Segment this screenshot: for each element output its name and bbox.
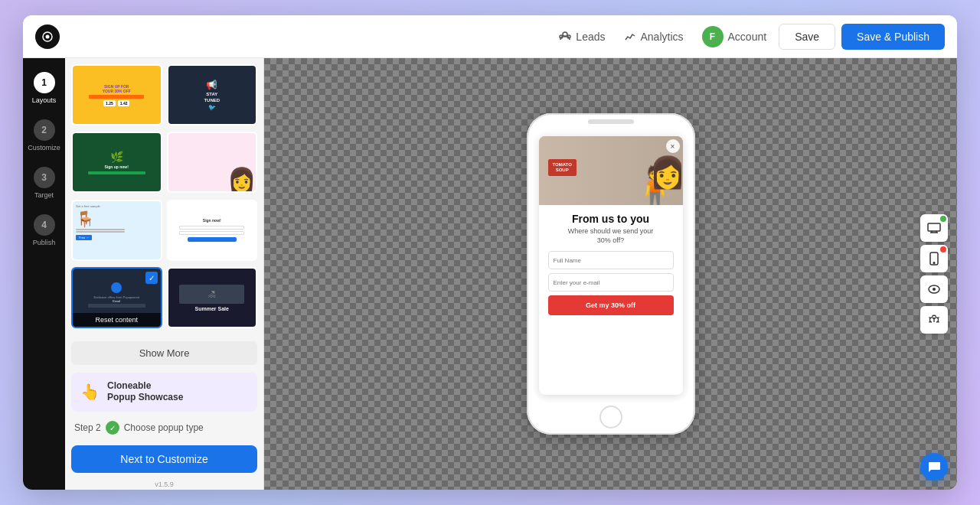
nav-account[interactable]: F Account [702,26,767,47]
app-window: Leads Analytics F Account Save Save & Pu… [23,15,957,490]
template-selected-check: ✓ [145,272,158,284]
tomato-soup-label: TOMATOSOUP [548,159,577,176]
phone-mockup: TOMATOSOUP 🧍 👩 × From us to you [527,113,695,435]
popup-cta-button[interactable]: Get my 30% off [548,295,674,315]
step-1-layouts[interactable]: 1 Layouts [26,67,63,109]
phone-home-button [599,406,622,428]
step-3-circle: 3 [34,167,55,188]
step-3-target[interactable]: 3 Target [26,162,63,204]
step-2-sub-label: Choose popup type [124,422,204,433]
reset-content-overlay[interactable]: Reset content [73,313,161,327]
cloneable-emoji: 👆 [80,383,100,401]
step-4-label: Publish [33,239,56,246]
right-tools [920,214,948,334]
step-2-circle: 2 [34,119,55,141]
template-dark-summer[interactable]: 🏖 Summer Sale [167,267,258,328]
popup-container: TOMATOSOUP 🧍 👩 × From us to you [539,136,683,395]
popup-body: From us to you Where should we send your… [539,205,683,323]
step-sidebar: 1 Layouts 2 Customize 3 Target 4 Publish [23,58,65,490]
desktop-view-button[interactable] [920,214,948,242]
template-stay-tuned[interactable]: 📢 STAY TUNED 🐦 [167,64,258,125]
template-chair[interactable]: Get a free sample 🪑 Free → [71,200,162,261]
step-info: Step 2 ✓ Choose popup type [65,415,263,441]
preview-button[interactable] [920,275,948,303]
account-avatar: F [702,26,724,47]
nav-analytics[interactable]: Analytics [624,31,684,43]
step-4-circle: 4 [34,214,55,236]
step-1-label: Layouts [32,96,57,104]
svg-point-1 [46,34,50,38]
popup-title: From us to you [548,213,674,225]
templates-panel: SIGN UP FORYOUR 30% OFF 1.25 1.42 📢 STAY… [65,58,264,490]
header-buttons: Save Save & Publish [779,24,945,50]
popup-name-input[interactable] [548,251,674,269]
step-3-label: Target [34,191,54,199]
template-leaf-signup[interactable]: 🌿 Sign up now! [71,132,162,193]
mobile-view-button[interactable] [920,245,948,272]
app-logo[interactable] [35,24,60,49]
popup-image: TOMATOSOUP 🧍 👩 [539,136,683,205]
template-form[interactable]: Sign now! [167,200,258,261]
template-coupon[interactable]: SIGN UP FORYOUR 30% OFF 1.25 1.42 [71,64,162,125]
popup-close-button[interactable]: × [666,139,680,153]
popup-email-input[interactable] [548,273,674,292]
popup-subtitle: Where should we send your30% off? [548,227,674,245]
header-nav: Leads Analytics F Account [559,26,766,47]
step-4-publish[interactable]: 4 Publish [26,210,63,251]
step-2-label: Customize [28,144,60,152]
main-content: 1 Layouts 2 Customize 3 Target 4 Publish [23,58,957,490]
save-publish-button[interactable]: Save & Publish [841,24,945,50]
cloneable-text: CloneablePopup Showcase [107,380,183,404]
svg-point-12 [933,288,936,291]
step-2-info-label: Step 2 [74,422,101,433]
step-check-icon: ✓ [106,421,119,435]
template-pink-person[interactable]: 👩 [167,132,258,193]
step-1-circle: 1 [34,72,55,93]
template-dark-popup[interactable]: Exclusive offers from Popupsmart Email ✓… [71,267,162,328]
show-more-button[interactable]: Show More [71,341,257,365]
nav-leads[interactable]: Leads [559,31,605,43]
next-to-customize-button[interactable]: Next to Customize [71,445,257,473]
debug-button[interactable] [920,306,948,334]
svg-rect-5 [928,223,940,231]
header: Leads Analytics F Account Save Save & Pu… [23,15,957,58]
phone-screen: TOMATOSOUP 🧍 👩 × From us to you [533,129,689,402]
save-button[interactable]: Save [779,24,835,50]
step-2-customize[interactable]: 2 Customize [26,115,63,156]
phone-notch [588,119,634,124]
canvas-area: TOMATOSOUP 🧍 👩 × From us to you [264,58,957,490]
chat-bubble-button[interactable] [920,453,948,481]
version-label: v1.5.9 [65,481,263,490]
cloneable-banner[interactable]: 👆 CloneablePopup Showcase [71,373,257,412]
templates-grid: SIGN UP FORYOUR 30% OFF 1.25 1.42 📢 STAY… [65,58,263,337]
svg-point-10 [933,262,935,264]
